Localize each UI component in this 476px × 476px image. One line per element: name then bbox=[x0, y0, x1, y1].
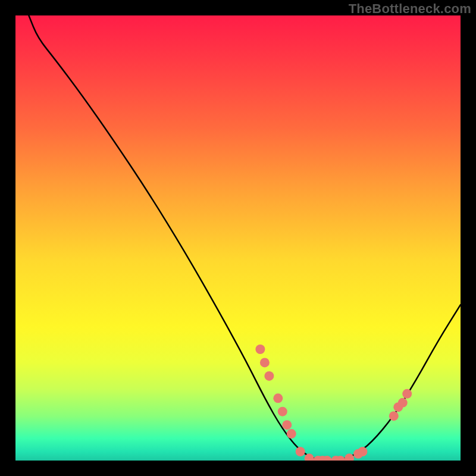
data-point-marker bbox=[264, 371, 274, 381]
data-point-marker bbox=[296, 447, 305, 456]
heat-plot-area bbox=[15, 15, 461, 461]
data-point-marker bbox=[273, 393, 283, 403]
watermark-text: TheBottleneck.com bbox=[349, 1, 471, 17]
bottleneck-curve-line bbox=[29, 15, 461, 461]
data-point-marker bbox=[358, 447, 367, 456]
data-point-marker bbox=[398, 398, 408, 408]
data-point-marker bbox=[282, 420, 292, 430]
data-point-marker bbox=[255, 345, 265, 354]
data-point-marker bbox=[278, 407, 287, 416]
data-point-marker bbox=[287, 429, 296, 439]
data-point-marker bbox=[260, 358, 270, 367]
data-point-markers bbox=[255, 345, 412, 461]
data-point-marker bbox=[402, 389, 412, 399]
data-point-marker bbox=[345, 453, 354, 461]
chart-overlay-svg bbox=[15, 15, 461, 461]
data-point-marker bbox=[389, 411, 399, 421]
chart-frame: TheBottleneck.com bbox=[0, 0, 476, 476]
